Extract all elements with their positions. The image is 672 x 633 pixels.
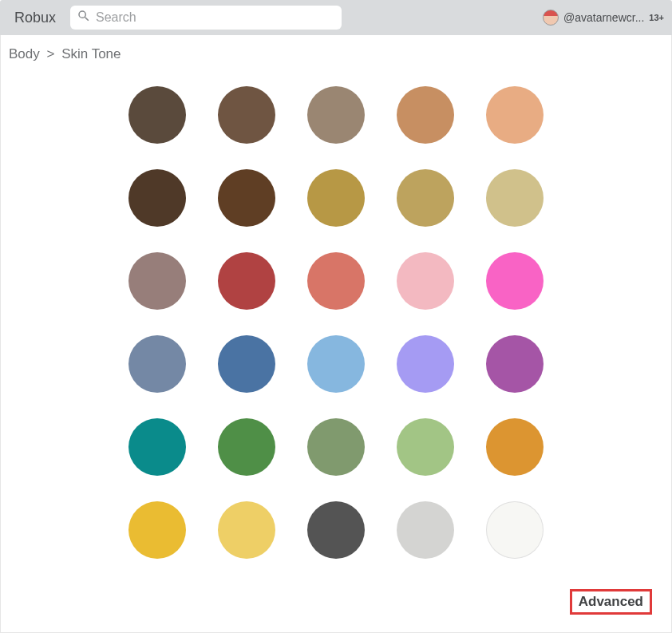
swatch-medium-brown[interactable] — [218, 86, 275, 144]
breadcrumb-separator: > — [46, 46, 54, 61]
swatch-dark-gold[interactable] — [307, 169, 365, 227]
swatch-chocolate[interactable] — [218, 169, 275, 227]
avatar — [543, 10, 559, 26]
swatch-goldenrod[interactable] — [128, 501, 186, 559]
swatch-forest-green[interactable] — [218, 418, 275, 476]
swatch-charcoal[interactable] — [307, 501, 365, 559]
swatch-sandy-tan[interactable] — [397, 86, 454, 144]
breadcrumb-skin-tone[interactable]: Skin Tone — [61, 46, 121, 61]
breadcrumb: Body > Skin Tone — [9, 46, 663, 62]
search-input[interactable] — [96, 10, 335, 25]
swatch-olive-gold[interactable] — [397, 169, 454, 227]
user-area[interactable]: @avatarnewcr... 13+ — [543, 10, 664, 26]
swatch-dark-taupe[interactable] — [128, 86, 186, 144]
skin-tone-grid — [128, 77, 544, 559]
robux-link[interactable]: Robux — [8, 10, 62, 26]
swatch-pale-pink[interactable] — [397, 252, 454, 310]
swatch-teal[interactable] — [128, 418, 186, 476]
swatch-orange-amber[interactable] — [486, 418, 544, 476]
username-label: @avatarnewcr... — [563, 11, 644, 24]
swatch-off-white[interactable] — [486, 501, 544, 559]
swatch-slate-blue[interactable] — [128, 335, 186, 393]
swatch-periwinkle[interactable] — [397, 335, 454, 393]
swatch-brick-red[interactable] — [218, 252, 275, 310]
swatch-mauve-taupe[interactable] — [128, 252, 186, 310]
swatch-espresso[interactable] — [128, 169, 186, 227]
swatch-medium-blue[interactable] — [218, 335, 275, 393]
search-icon — [77, 9, 91, 26]
top-bar: Robux @avatarnewcr... 13+ — [0, 0, 672, 35]
breadcrumb-body[interactable]: Body — [9, 46, 40, 61]
swatch-sky-blue[interactable] — [307, 335, 365, 393]
swatch-warm-taupe[interactable] — [307, 86, 365, 144]
swatch-pale-khaki[interactable] — [486, 169, 544, 227]
age-badge: 13+ — [649, 13, 664, 22]
swatch-orchid[interactable] — [486, 335, 544, 393]
swatch-pale-yellow[interactable] — [218, 501, 275, 559]
swatch-light-sage[interactable] — [397, 418, 454, 476]
advanced-button[interactable]: Advanced — [570, 589, 652, 615]
swatch-light-peach[interactable] — [486, 86, 544, 144]
swatch-sage-green[interactable] — [307, 418, 365, 476]
swatch-hot-pink[interactable] — [486, 252, 544, 310]
swatch-salmon[interactable] — [307, 252, 365, 310]
search-container[interactable] — [70, 6, 342, 30]
content-area: Body > Skin Tone Advanced — [0, 35, 672, 633]
swatch-light-gray[interactable] — [397, 501, 454, 559]
